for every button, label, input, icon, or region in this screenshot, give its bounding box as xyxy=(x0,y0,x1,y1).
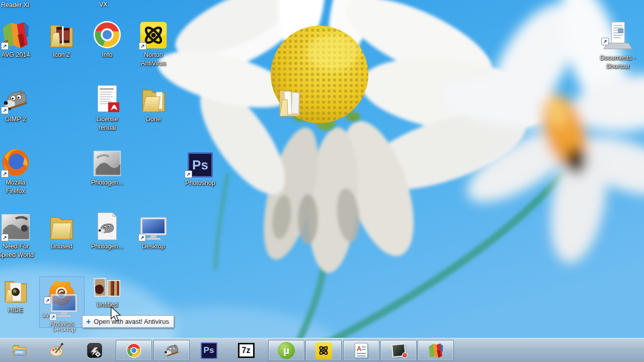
icon-label: Need For Speed World xyxy=(0,242,38,259)
taskbar-nfs-world-button[interactable] xyxy=(83,340,106,361)
paint-palette-icon xyxy=(48,342,65,358)
shortcut-arrow-icon: ↗ xyxy=(1,234,9,241)
shortcut-arrow-icon: ↗ xyxy=(49,313,57,321)
desktop-icon-norton-antivirus[interactable]: ↗ Norton AntiVirus xyxy=(131,20,176,68)
icon-label-vx[interactable]: VX xyxy=(99,1,108,8)
icon-label: Desktop xyxy=(131,242,176,251)
icon-label: Documents - Shortcut xyxy=(595,54,640,71)
wordpad-document-icon: A xyxy=(355,343,368,358)
icon-label: Done xyxy=(131,115,176,124)
plus-icon: + xyxy=(86,318,91,326)
desktop-icon-documents-shortcut[interactable]: ↗ Documents - Shortcut xyxy=(595,20,640,71)
ps-glyph: Ps xyxy=(192,157,208,173)
utorrent-icon: µ xyxy=(278,342,295,359)
desktop: Reader XI VX ↗ AVG 2014 Icon 2 xyxy=(0,0,644,362)
desktop-icon-done[interactable]: Done xyxy=(131,84,176,124)
taskbar: Ps 7z µ A xyxy=(0,338,644,362)
folder-photo-icon xyxy=(2,277,29,305)
desktop-icon-avg-2014[interactable]: ↗ AVG 2014 xyxy=(0,20,38,59)
icon-label: Photogen... xyxy=(85,178,130,187)
documents-library-icon xyxy=(602,20,633,52)
taskbar-photoshop-button[interactable]: Ps xyxy=(197,340,220,361)
shortcut-arrow-icon: ↗ xyxy=(601,38,609,45)
folder-icon xyxy=(139,85,168,114)
icon-label: Untitled xyxy=(85,301,130,309)
photo-thumbnails-icon xyxy=(94,278,120,297)
icon-label: Photoshop xyxy=(178,179,223,188)
desktop-icon-photoshop[interactable]: Ps ↗ Photoshop xyxy=(178,150,223,188)
drag-ghost-label: Desktop xyxy=(41,326,87,333)
desktop-icon-folder-on-flower[interactable] xyxy=(278,86,303,120)
norton-atom-icon xyxy=(315,342,332,359)
desktop-icon-license-renual[interactable]: License renual xyxy=(85,84,130,132)
desktop-icon-desktop-shortcut[interactable]: ↗ Desktop xyxy=(131,212,176,251)
desktop-icon-gimp-2[interactable]: ↗ GIMP 2 xyxy=(0,84,38,124)
desktop-icon-icon-2[interactable]: Icon 2 xyxy=(39,20,84,59)
taskbar-wordpad-button[interactable]: A xyxy=(343,340,379,361)
taskbar-utorrent-button[interactable]: µ xyxy=(268,340,304,361)
desktop-icon-untitled[interactable]: Untitled xyxy=(85,276,130,309)
desktop-icon-need-for-speed-world[interactable]: ↗ Need For Speed World xyxy=(0,212,38,259)
7z-glyph: 7z xyxy=(242,346,251,355)
taskbar-file-explorer-button[interactable] xyxy=(8,340,31,361)
taskbar-norton-button[interactable] xyxy=(305,340,342,361)
taskbar-gimp-button[interactable] xyxy=(153,340,190,361)
icon-label: Icon 2 xyxy=(39,51,84,59)
folder-documents-icon xyxy=(278,86,303,118)
desktop-icon-unused[interactable]: Unused xyxy=(39,212,84,251)
tooltip-text: Open with avast! Antivirus xyxy=(94,318,169,325)
desktop-icon-photogen-gimp-file[interactable]: Photogen... xyxy=(85,212,130,251)
gimp-file-icon xyxy=(94,212,120,241)
utorrent-mu-glyph: µ xyxy=(283,344,289,356)
grayscale-photo-icon xyxy=(93,150,121,177)
icon-label: HIDE xyxy=(0,306,38,315)
photoshop-ps-icon: Ps xyxy=(201,342,217,359)
desktop-icon-hide[interactable]: HIDE xyxy=(0,276,38,315)
icon-label: AVG 2014 xyxy=(0,51,38,59)
taskbar-photo-viewer-button[interactable] xyxy=(380,340,417,361)
shortcut-arrow-icon: ↗ xyxy=(1,170,9,177)
icon-label: Mozilla Firefox xyxy=(0,178,38,196)
icon-label: Info xyxy=(85,51,130,59)
folder-icon xyxy=(47,213,75,241)
gimp-wolf-icon xyxy=(163,342,181,358)
taskbar-avg-button[interactable] xyxy=(418,340,454,361)
icon-label: Unused xyxy=(39,242,84,251)
icon-label-reader-xi[interactable]: Reader XI xyxy=(1,2,29,9)
shortcut-arrow-icon: ↗ xyxy=(1,42,9,50)
7zip-icon: 7z xyxy=(238,343,255,358)
ps-glyph: Ps xyxy=(204,345,214,355)
shortcut-arrow-icon: ↗ xyxy=(138,234,146,241)
folder-films-icon xyxy=(47,20,75,49)
photo-viewer-icon xyxy=(391,343,406,357)
file-explorer-icon xyxy=(11,342,28,358)
taskbar-chrome-button[interactable] xyxy=(116,340,152,361)
shortcut-arrow-icon: ↗ xyxy=(185,170,192,178)
drag-tooltip: + Open with avast! Antivirus xyxy=(82,315,174,328)
icon-label: GIMP 2 xyxy=(0,115,38,124)
wordpad-a-glyph: A xyxy=(357,345,361,352)
icon-label: Photogen... xyxy=(85,242,130,251)
desktop-icon-mozilla-firefox[interactable]: ↗ Mozilla Firefox xyxy=(0,148,38,196)
chrome-logo-icon xyxy=(93,20,122,49)
icon-label: Norton AntiVirus xyxy=(131,51,176,68)
avg-icon xyxy=(428,342,444,358)
drag-ghost-desktop-icon: ↗ xyxy=(48,293,80,320)
record-dot-icon xyxy=(401,352,408,358)
taskbar-paint-button[interactable] xyxy=(45,340,68,361)
taskbar-7zip-button[interactable]: 7z xyxy=(234,340,258,361)
desktop-icon-info[interactable]: Info xyxy=(85,20,130,59)
mouse-cursor-icon xyxy=(109,306,122,322)
shortcut-arrow-icon: ↗ xyxy=(1,107,9,114)
chrome-icon xyxy=(126,342,142,358)
icon-label: License renual xyxy=(85,115,130,132)
shortcut-arrow-icon: ↗ xyxy=(139,42,146,50)
nfs-world-icon xyxy=(86,342,103,358)
desktop-icon-photogen-photo[interactable]: Photogen... xyxy=(85,148,130,187)
pdf-document-icon xyxy=(94,84,120,114)
